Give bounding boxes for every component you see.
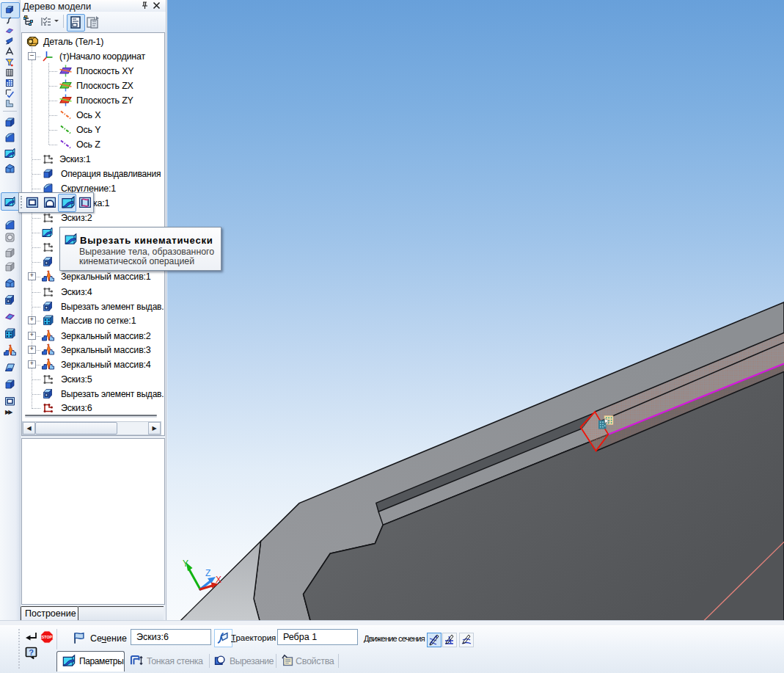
svg-text:X: X — [216, 575, 221, 585]
svg-text:STOP: STOP — [42, 635, 53, 639]
svg-text:Z: Z — [205, 568, 210, 578]
svg-text:?: ? — [29, 648, 34, 657]
svg-text:Y: Y — [183, 559, 188, 569]
